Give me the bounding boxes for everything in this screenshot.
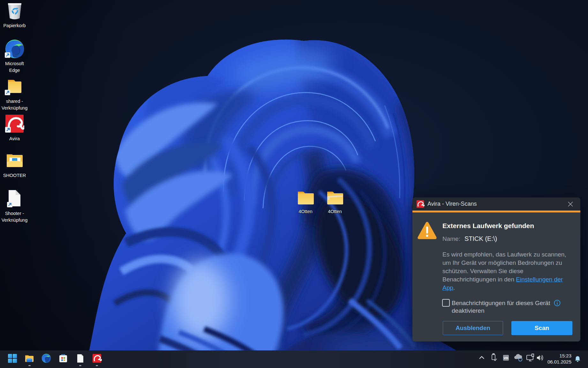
svg-text:vm: vm: [504, 356, 509, 360]
